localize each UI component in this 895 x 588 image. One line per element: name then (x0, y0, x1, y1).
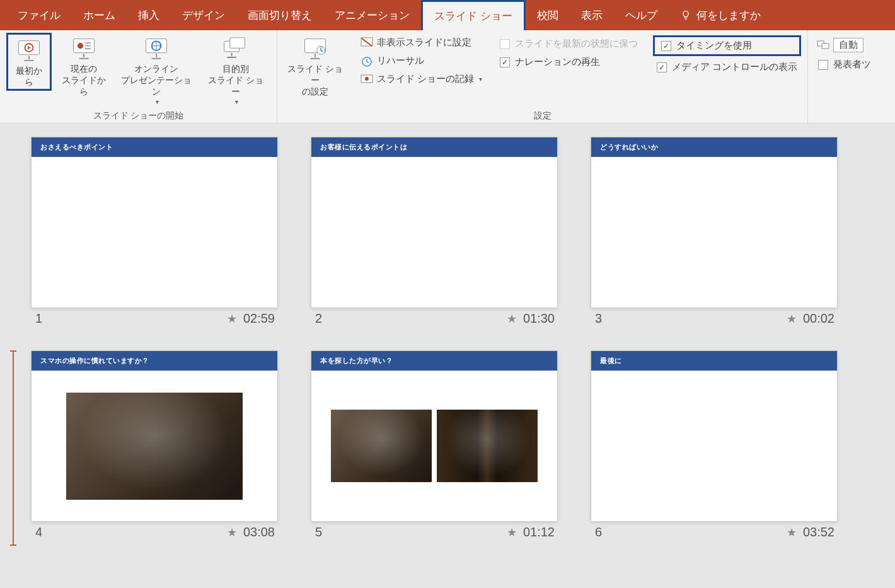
from-current-label: 現在の スライドから (59, 63, 108, 98)
from-current-icon (70, 35, 98, 61)
record-icon (361, 74, 373, 85)
star-icon: ★ (227, 312, 237, 326)
slide-title: おさえるべきポイント (32, 137, 277, 157)
slide-title: スマホの操作に慣れていますか？ (32, 351, 277, 371)
setup-slideshow-label: スライド ショー の設定 (287, 63, 343, 98)
custom-slideshow-button[interactable]: 目的別 スライド ショー▾ (201, 33, 270, 107)
tab-view[interactable]: 表示 (570, 0, 614, 30)
svg-point-13 (365, 77, 369, 81)
checkbox-icon (818, 60, 828, 70)
from-beginning-label: 最初から (12, 65, 46, 88)
slide-title: お客様に伝えるポイントは (311, 137, 557, 157)
tab-slideshow[interactable]: スライド ショー (421, 0, 526, 30)
svg-rect-2 (73, 38, 94, 52)
slide-number: 3 (595, 311, 602, 326)
group-setup: スライド ショー の設定 非表示スライドに設定 リハーサル スライド ショーの記… (277, 30, 808, 123)
setup-checkboxes-left: スライドを最新の状態に保つ ✓ ナレーションの再生 (496, 33, 642, 69)
insertion-marker (13, 350, 14, 546)
ribbon-tabs: ファイル ホーム 挿入 デザイン 画面切り替え アニメーション スライド ショー… (0, 0, 895, 30)
slide-time: 01:12 (523, 525, 555, 539)
checkbox-icon: ✓ (657, 62, 667, 72)
checkbox-icon: ✓ (500, 57, 510, 67)
presenter-view-checkbox[interactable]: 発表者ツ (814, 57, 875, 72)
custom-slideshow-label: 目的別 スライド ショー (205, 63, 267, 98)
setup-checkboxes-right: ✓ タイミングを使用 ✓ メディア コントロールの表示 (653, 33, 801, 74)
tab-insert[interactable]: 挿入 (127, 0, 171, 30)
chevron-down-icon: ▾ (479, 76, 482, 83)
monitor-select[interactable]: 自動 (814, 37, 875, 54)
slide-thumbnail[interactable]: お客様に伝えるポイントは 2 ★01:30 (311, 137, 557, 326)
slide-image (437, 410, 538, 482)
slide-title: 最後に (591, 351, 837, 371)
svg-rect-7 (230, 38, 245, 48)
slide-number: 2 (315, 311, 322, 326)
slide-time: 01:30 (523, 311, 555, 326)
slide-thumbnail[interactable]: 本を探した方が早い？ 5 ★01:12 (311, 351, 557, 539)
setup-small-commands: 非表示スライドに設定 リハーサル スライド ショーの記録 ▾ (358, 33, 485, 86)
chevron-down-icon: ▾ (156, 98, 159, 106)
checkbox-icon: ✓ (661, 41, 671, 51)
tab-design[interactable]: デザイン (171, 0, 236, 30)
slide-time: 02:59 (243, 311, 275, 326)
from-beginning-button[interactable]: 最初から (6, 33, 52, 91)
present-online-label: オンライン プレゼンテーション (119, 63, 193, 98)
setup-slideshow-button[interactable]: スライド ショー の設定 (284, 33, 347, 99)
slide-image (331, 410, 432, 482)
slide-number: 1 (35, 311, 42, 326)
present-online-button[interactable]: オンライン プレゼンテーション▾ (115, 33, 197, 107)
ribbon: 最初から 現在の スライドから オンライン プレゼンテーション▾ 目的別 スライ… (0, 30, 895, 124)
slide-thumbnail[interactable]: おさえるべきポイント 1 ★02:59 (32, 137, 277, 326)
slide-number: 5 (315, 525, 322, 539)
svg-point-3 (77, 43, 83, 49)
setup-slideshow-icon (301, 35, 329, 61)
rehearse-icon (361, 55, 373, 67)
group-setup-label: 設定 (284, 109, 801, 122)
tab-transitions[interactable]: 画面切り替え (236, 0, 323, 30)
group-start-label: スライド ショーの開始 (6, 109, 270, 122)
slide-thumbnail[interactable]: スマホの操作に慣れていますか？ 4 ★03:08 (32, 351, 277, 539)
custom-slideshow-icon (222, 35, 250, 61)
from-current-button[interactable]: 現在の スライドから (55, 33, 112, 99)
group-monitor: 自動 発表者ツ (808, 30, 895, 123)
record-slideshow-button[interactable]: スライド ショーの記録 ▾ (358, 72, 485, 86)
slide-number: 4 (35, 525, 42, 539)
slide-time: 03:08 (243, 525, 275, 539)
slide-time: 00:02 (803, 311, 834, 326)
slide-thumbnail[interactable]: どうすればいいか 3 ★00:02 (591, 137, 837, 326)
hide-slide-icon (361, 37, 373, 49)
tell-me-label: 何をしますか (696, 8, 761, 23)
present-online-icon (142, 35, 170, 61)
tab-home[interactable]: ホーム (72, 0, 127, 30)
star-icon: ★ (227, 526, 237, 539)
slide-thumbnail[interactable]: 最後に 6 ★03:52 (591, 351, 837, 539)
checkbox-icon (500, 39, 510, 49)
group-start-slideshow: 最初から 現在の スライドから オンライン プレゼンテーション▾ 目的別 スライ… (0, 30, 277, 123)
tab-file[interactable]: ファイル (6, 0, 72, 30)
slide-sorter[interactable]: おさえるべきポイント 1 ★02:59 お客様に伝えるポイントは 2 ★01:3… (0, 124, 895, 548)
slide-title: どうすればいいか (591, 137, 837, 157)
svg-rect-15 (822, 43, 829, 49)
slide-number: 6 (595, 525, 602, 539)
rehearse-button[interactable]: リハーサル (358, 54, 485, 68)
star-icon: ★ (787, 526, 797, 539)
lightbulb-icon (680, 9, 691, 21)
star-icon: ★ (787, 312, 797, 326)
star-icon: ★ (507, 312, 517, 326)
use-timings-checkbox[interactable]: ✓ タイミングを使用 (653, 35, 801, 56)
chevron-down-icon: ▾ (235, 98, 238, 106)
from-beginning-icon (15, 37, 43, 62)
tab-help[interactable]: ヘルプ (614, 0, 669, 30)
monitor-icon (817, 40, 829, 51)
tab-animations[interactable]: アニメーション (323, 0, 421, 30)
star-icon: ★ (507, 526, 517, 539)
tab-review[interactable]: 校閲 (526, 0, 570, 30)
slide-time: 03:52 (803, 525, 834, 539)
media-controls-checkbox[interactable]: ✓ メディア コントロールの表示 (653, 60, 801, 74)
slide-title: 本を探した方が早い？ (311, 351, 557, 371)
tell-me-search[interactable]: 何をしますか (669, 8, 772, 23)
slide-image (66, 393, 243, 500)
play-narration-checkbox[interactable]: ✓ ナレーションの再生 (496, 55, 642, 69)
hide-slide-button[interactable]: 非表示スライドに設定 (358, 35, 485, 50)
keep-updated-checkbox: スライドを最新の状態に保つ (496, 37, 642, 51)
